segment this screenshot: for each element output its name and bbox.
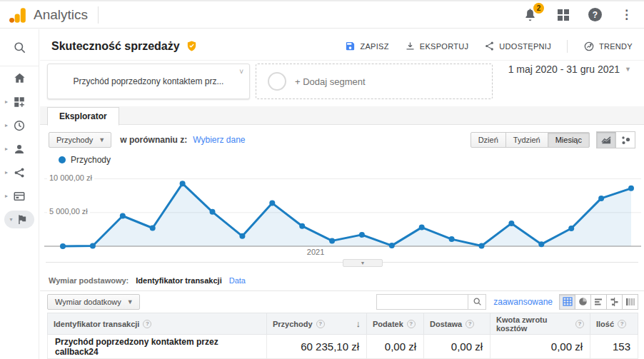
expand-chevron-icon: ▸ <box>5 122 8 128</box>
granularity-day-button[interactable]: Dzień <box>471 132 506 148</box>
header-divider <box>98 6 99 24</box>
y-axis-tick-label: 10 000,00 zł <box>47 173 94 182</box>
dimension-date-link[interactable]: Data <box>229 276 246 285</box>
dimension-bar: Wymiar podstawowy: Identyfikator transak… <box>49 276 246 285</box>
chart-legend: Przychody <box>59 155 111 165</box>
tab-label: Eksplorator <box>59 111 107 121</box>
view-performance-button[interactable] <box>590 294 607 310</box>
granularity-week-button[interactable]: Tydzień <box>505 132 548 148</box>
app-header: Analytics 2 ? ⋮ <box>0 0 644 29</box>
share-label: UDOSTĘPNIJ <box>499 42 551 51</box>
sidebar-item-conversions[interactable]: ▾ <box>0 208 39 231</box>
search-icon <box>473 297 482 306</box>
flag-icon <box>16 213 28 226</box>
view-comparison-button[interactable] <box>606 294 623 310</box>
chevron-down-icon[interactable]: ˅ <box>239 68 243 76</box>
table-search-input[interactable] <box>376 294 468 310</box>
advanced-filter-link[interactable]: zaawansowane <box>493 297 553 307</box>
share-button[interactable]: UDOSTĘPNIJ <box>484 41 551 51</box>
legend-label: Przychody <box>71 155 111 165</box>
data-table-icon <box>563 297 573 306</box>
view-data-table-button[interactable] <box>559 294 575 310</box>
chevron-down-icon: ▼ <box>99 136 105 143</box>
column-header-tax[interactable]: Podatek? <box>367 313 424 335</box>
main-content: Skuteczność sprzedaży ZAPISZ EKSPORTUJ <box>40 29 644 359</box>
granularity-month-button[interactable]: Miesiąc <box>548 132 590 148</box>
compare-label: w porównaniu z: <box>120 135 187 145</box>
more-vertical-icon[interactable]: ⋮ <box>620 9 633 21</box>
help-icon[interactable]: ? <box>466 320 474 328</box>
cell-transaction-id[interactable]: Przychód poprzedzony kontaktem przez cal… <box>48 335 267 359</box>
trends-button[interactable]: TRENDY <box>583 41 633 52</box>
segment-chip[interactable]: Przychód poprzedzony kontaktem prz... ˅ <box>47 64 250 99</box>
column-header-transaction-id[interactable]: Identyfikator transakcji? <box>48 313 267 335</box>
help-icon[interactable]: ? <box>588 8 602 21</box>
behavior-icon <box>13 190 26 203</box>
table-search-button[interactable] <box>468 294 486 310</box>
table-toolbar: Wymiar dodatkowy ▼ zaawansowane <box>40 290 644 312</box>
revenue-chart-svg[interactable] <box>44 166 641 255</box>
view-percentage-button[interactable] <box>575 294 591 310</box>
cell-refund: 0,00 zł <box>490 335 590 359</box>
area-chart-icon <box>601 136 612 145</box>
column-header-shipping[interactable]: Dostawa? <box>424 313 490 335</box>
results-table: Identyfikator transakcji? Przychody?↓ Po… <box>47 313 638 359</box>
analytics-logo[interactable]: Analytics <box>0 6 88 24</box>
metric-select[interactable]: Przychody ▼ <box>49 132 111 148</box>
tab-strip: Eksplorator <box>40 106 644 125</box>
sort-desc-icon[interactable]: ↓ <box>356 318 361 329</box>
sidebar-item-customization[interactable]: ▸ <box>0 90 39 113</box>
add-segment-circle-icon <box>268 72 286 91</box>
table-row[interactable]: Przychód poprzedzony kontaktem przez cal… <box>48 335 638 359</box>
report-title-row: Skuteczność sprzedaży ZAPISZ EKSPORTUJ <box>40 32 644 61</box>
comparison-bars-icon <box>610 298 619 306</box>
help-icon[interactable]: ? <box>575 320 584 328</box>
help-icon[interactable]: ? <box>316 320 325 328</box>
apps-grid-icon[interactable] <box>557 9 570 21</box>
sidebar-item-home[interactable] <box>0 66 39 90</box>
actions-divider <box>567 40 568 53</box>
home-icon <box>13 71 26 85</box>
help-icon[interactable]: ? <box>407 320 416 328</box>
granularity-group: Dzień Tydzień Miesiąc <box>471 132 590 148</box>
notification-badge: 2 <box>533 3 544 14</box>
sidebar-item-audience[interactable]: ▸ <box>0 137 39 161</box>
page-title: Skuteczność sprzedaży <box>51 40 180 53</box>
sidebar-item-acquisition[interactable]: ▸ <box>0 161 39 184</box>
save-label: ZAPISZ <box>360 42 388 51</box>
table-view-switcher <box>560 294 638 310</box>
sidebar-item-search[interactable] <box>0 29 39 66</box>
acquisition-icon <box>13 166 26 179</box>
motion-chart-icon <box>620 136 630 145</box>
notifications-button[interactable]: 2 <box>523 7 538 23</box>
line-chart-type-button[interactable] <box>596 131 616 148</box>
chart-controls-row: Przychody ▼ w porównaniu z: Wybierz dane… <box>40 131 644 149</box>
column-header-revenue[interactable]: Przychody?↓ <box>267 313 367 335</box>
secondary-dimension-button[interactable]: Wymiar dodatkowy ▼ <box>47 294 140 310</box>
chart-type-group <box>597 131 635 148</box>
motion-chart-type-button[interactable] <box>615 131 635 148</box>
help-icon[interactable]: ? <box>618 320 626 328</box>
column-header-refund[interactable]: Kwota zwrotu kosztów? <box>490 313 590 335</box>
x-axis-year-label: 2021 <box>307 248 324 256</box>
date-range-selector[interactable]: 1 maj 2020 - 31 gru 2021 ▼ <box>508 64 631 75</box>
sidebar-item-realtime[interactable]: ▸ <box>0 113 39 137</box>
tab-explorator[interactable]: Eksplorator <box>47 107 119 126</box>
cell-quantity: 153 <box>590 335 638 359</box>
sidebar-item-behavior[interactable]: ▸ <box>0 184 39 208</box>
clock-icon <box>13 119 26 132</box>
help-icon[interactable]: ? <box>143 320 151 328</box>
customization-icon <box>13 96 26 108</box>
expand-chevron-icon: ▸ <box>5 193 8 199</box>
cell-revenue: 60 235,10 zł <box>267 335 367 359</box>
search-icon <box>13 41 26 54</box>
export-button[interactable]: EKSPORTUJ <box>405 41 469 51</box>
dimension-transaction-id[interactable]: Identyfikator transakcji <box>136 276 221 285</box>
view-pivot-button[interactable] <box>622 294 638 310</box>
save-button[interactable]: ZAPISZ <box>345 41 388 51</box>
column-header-quantity[interactable]: Ilość? <box>590 313 638 335</box>
collapse-chart-handle[interactable]: ▼ <box>343 259 383 267</box>
compare-data-link[interactable]: Wybierz dane <box>193 135 245 145</box>
add-segment-button[interactable]: + Dodaj segment <box>256 64 493 99</box>
person-icon <box>13 143 26 156</box>
